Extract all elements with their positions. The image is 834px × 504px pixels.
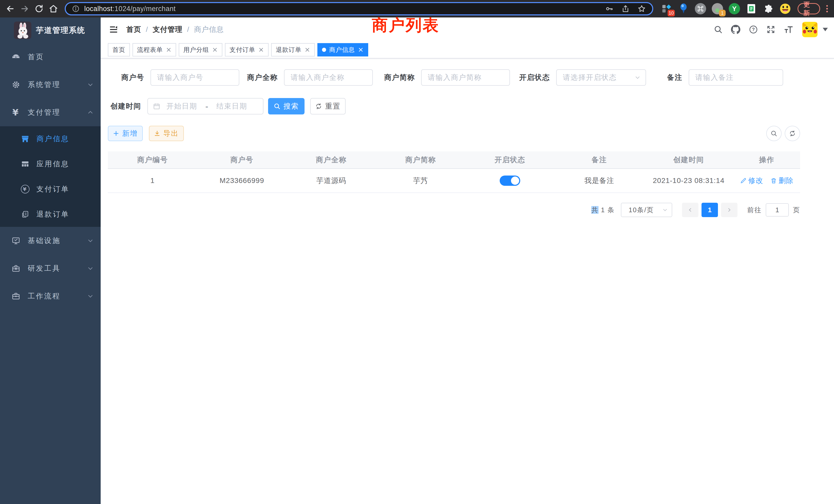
- create-time-range-picker[interactable]: 开始日期 - 结束日期: [147, 98, 263, 114]
- toggle-search-button[interactable]: [766, 126, 782, 141]
- sidebar-item-refund-order[interactable]: 退款订单: [0, 202, 101, 227]
- home-icon: [48, 4, 58, 14]
- url-text: localhost:1024/pay/merchant: [84, 5, 176, 13]
- fullscreen-icon[interactable]: [766, 25, 775, 34]
- chevron-down-icon: [87, 238, 93, 244]
- tab-process-form[interactable]: 流程表单: [132, 43, 176, 56]
- forward-button[interactable]: [18, 2, 32, 16]
- chevron-right-icon: [727, 207, 732, 213]
- extension-pin-icon[interactable]: [677, 3, 690, 15]
- toolbox-icon: [11, 264, 21, 273]
- short-name-input[interactable]: [421, 69, 510, 86]
- yen-circle-icon: ¥: [21, 185, 30, 193]
- app-title: 芋道管理系统: [36, 25, 85, 36]
- close-icon[interactable]: [166, 47, 172, 53]
- sidebar-item-home[interactable]: 首页: [0, 43, 101, 71]
- tab-label: 商户信息: [329, 46, 355, 54]
- remark-input[interactable]: [689, 69, 783, 86]
- sidebar-item-workflow[interactable]: 工作流程: [0, 282, 101, 310]
- goto-label: 前往: [747, 206, 762, 214]
- extension-puzzle-icon[interactable]: [762, 3, 774, 15]
- password-key-icon[interactable]: [605, 4, 614, 13]
- help-icon[interactable]: ?: [749, 25, 758, 34]
- extension-emoji-icon[interactable]: [779, 3, 791, 15]
- chevron-down-icon: [662, 207, 667, 212]
- refresh-table-button[interactable]: [785, 126, 800, 141]
- pagination: 共 1 条 10条/页 1 前往 页: [108, 203, 800, 217]
- url-bar[interactable]: localhost:1024/pay/merchant: [65, 2, 653, 16]
- extension-command-icon[interactable]: [694, 3, 707, 15]
- monitor-icon: [11, 236, 21, 245]
- export-button[interactable]: 导出: [149, 126, 184, 141]
- extension-status-icon[interactable]: 1: [711, 3, 724, 15]
- reset-button-label: 重置: [325, 101, 341, 111]
- extension-diamond-icon[interactable]: 10: [660, 3, 673, 15]
- status-toggle-on[interactable]: [500, 176, 520, 186]
- breadcrumb-pay[interactable]: 支付管理: [153, 25, 182, 35]
- share-icon[interactable]: [621, 4, 630, 13]
- tab-merchant-info[interactable]: 商户信息: [317, 43, 368, 56]
- logo-rabbit-avatar: [14, 22, 31, 39]
- bookmark-star-icon[interactable]: [637, 4, 646, 13]
- sidebar-item-system[interactable]: 系统管理: [0, 71, 101, 98]
- tab-user-group[interactable]: 用户分组: [179, 43, 222, 56]
- hamburger-button[interactable]: [108, 25, 118, 34]
- close-icon[interactable]: [258, 47, 264, 53]
- short-name-label: 商户简称: [384, 73, 415, 83]
- prev-page-button[interactable]: [682, 203, 698, 217]
- page-size-select[interactable]: 10条/页: [621, 203, 672, 217]
- extension-y-icon[interactable]: Y: [728, 3, 741, 15]
- reset-button[interactable]: 重置: [310, 98, 346, 114]
- refresh-icon: [789, 130, 796, 137]
- search-button[interactable]: 搜索: [268, 98, 305, 114]
- sidebar-item-dev-tools[interactable]: 研发工具: [0, 255, 101, 282]
- add-button[interactable]: 新增: [108, 126, 143, 141]
- download-icon: [154, 130, 160, 137]
- close-icon[interactable]: [358, 47, 364, 53]
- back-button[interactable]: [3, 2, 18, 16]
- add-button-label: 新增: [122, 129, 138, 138]
- page-number-1[interactable]: 1: [702, 203, 718, 217]
- sidebar-item-merchant-info[interactable]: 商户信息: [0, 126, 101, 152]
- grid-icon: [21, 160, 30, 168]
- tab-home[interactable]: 首页: [108, 43, 130, 56]
- browser-menu-button[interactable]: [824, 5, 830, 12]
- sidebar-item-pay[interactable]: ¥ 支付管理: [0, 98, 101, 126]
- chrome-update-button[interactable]: 更新: [797, 3, 820, 14]
- reload-button[interactable]: [32, 2, 46, 16]
- briefcase-icon: [11, 292, 21, 300]
- col-header: 商户号: [197, 152, 287, 168]
- user-avatar[interactable]: [802, 22, 817, 37]
- breadcrumb-home[interactable]: 首页: [126, 25, 141, 35]
- date-end-placeholder: 结束日期: [217, 101, 247, 111]
- tab-pay-order[interactable]: 支付订单: [225, 43, 269, 56]
- edit-link[interactable]: 修改: [740, 176, 763, 186]
- tab-refund-order[interactable]: 退款订单: [271, 43, 315, 56]
- total-rest: 1 条: [601, 206, 615, 214]
- search-icon[interactable]: [714, 25, 723, 34]
- delete-link[interactable]: 删除: [770, 176, 793, 186]
- font-size-icon[interactable]: [784, 25, 794, 34]
- full-name-input[interactable]: [284, 69, 373, 86]
- extensions-row: 10 1 Y: [660, 3, 791, 15]
- sidebar-item-pay-order[interactable]: ¥ 支付订单: [0, 177, 101, 202]
- tags-view-bar: 首页 流程表单 用户分组 支付订单 退款订单 商户信息: [101, 42, 834, 59]
- sidebar-logo[interactable]: 芋道管理系统: [0, 18, 101, 43]
- home-button[interactable]: [46, 2, 61, 16]
- github-icon[interactable]: [731, 25, 741, 35]
- chevron-down-icon: [635, 75, 640, 80]
- close-icon[interactable]: [305, 47, 310, 53]
- caret-down-icon[interactable]: [823, 27, 828, 31]
- close-icon[interactable]: [212, 47, 218, 53]
- merchant-table: 商户编号 商户号 商户全称 商户简称 开启状态 备注 创建时间 操作 1 M23…: [108, 152, 800, 193]
- table-toolbar: 新增 导出: [108, 126, 800, 141]
- site-info-icon[interactable]: [72, 5, 80, 13]
- tab-label: 流程表单: [137, 46, 163, 54]
- extension-notes-icon[interactable]: [745, 3, 758, 15]
- next-page-button[interactable]: [721, 203, 738, 217]
- sidebar-item-infra[interactable]: 基础设施: [0, 227, 101, 255]
- goto-page-input[interactable]: [766, 203, 789, 216]
- status-select[interactable]: 请选择开启状态: [556, 69, 646, 86]
- sidebar-item-app-info[interactable]: 应用信息: [0, 152, 101, 177]
- merchant-no-input[interactable]: [151, 69, 239, 86]
